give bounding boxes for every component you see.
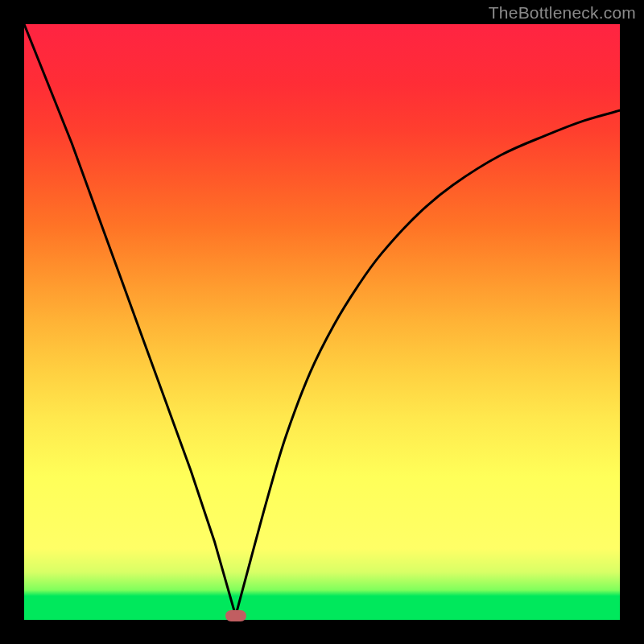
plot-area [24,24,620,620]
bottleneck-curve [24,24,620,616]
optimal-marker [225,610,246,621]
curve-svg [24,24,620,620]
watermark-text: TheBottleneck.com [489,3,636,23]
chart-frame: TheBottleneck.com [0,0,644,644]
